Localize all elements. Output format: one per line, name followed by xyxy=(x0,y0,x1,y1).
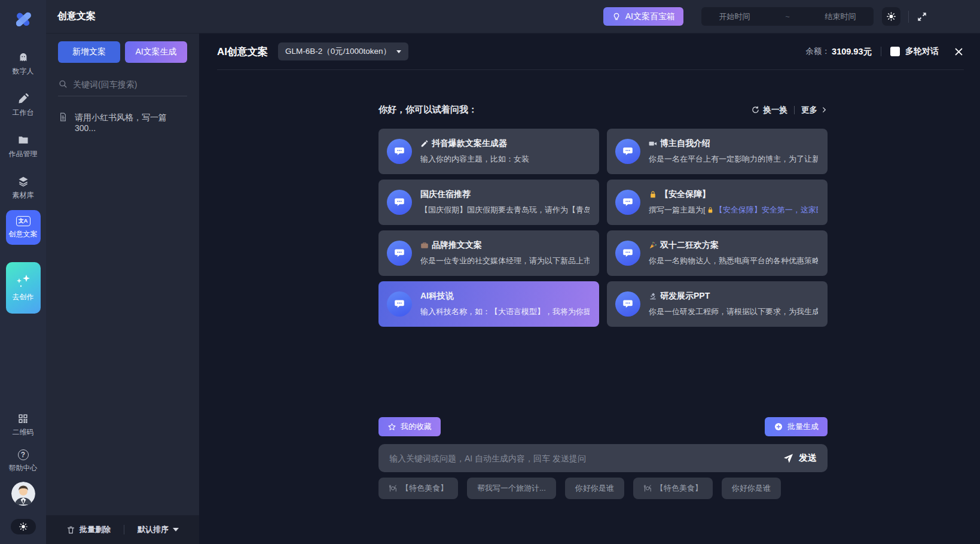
divider xyxy=(881,47,881,56)
sidebar-item-creative-copy-active[interactable]: 文A 创意文案 xyxy=(6,210,41,245)
lock-icon xyxy=(707,206,714,214)
send-button[interactable]: 发送 xyxy=(783,452,817,464)
microscope-icon xyxy=(649,292,657,300)
card-title: 双十二狂欢方案 xyxy=(660,240,719,251)
copy-list-item[interactable]: 请用小红书风格，写一篇300... xyxy=(58,112,187,133)
suggestion-card-rd-ppt[interactable]: 研发展示PPT 你是一位研发工程师，请根据以下要求，为我生成一个... xyxy=(607,281,828,327)
sidebar-item-label: 素材库 xyxy=(13,190,34,200)
card-desc: 你是一名购物达人，熟悉电商平台的各种优惠策略。请... xyxy=(649,256,818,266)
quick-chip[interactable]: 【特色美食】 xyxy=(378,478,458,499)
multi-turn-checkbox[interactable] xyxy=(890,47,900,56)
new-copy-button[interactable]: 新增文案 xyxy=(58,41,120,63)
ai-treasure-box-button[interactable]: AI文案百宝箱 xyxy=(603,7,683,26)
search-icon xyxy=(58,79,68,89)
sidebar-item-label: 作品管理 xyxy=(9,149,38,159)
suggestion-card-ai-tech-selected[interactable]: AI科技说 输入科技名称，如：【大语言模型】，我将为你提供科... xyxy=(378,281,599,327)
lock-icon xyxy=(649,190,657,199)
dining-icon xyxy=(389,484,397,493)
suggestion-card-brand-post[interactable]: 品牌推文文案 你是一位专业的社交媒体经理，请为以下新品上市的推... xyxy=(378,230,599,276)
main-title: AI创意文案 xyxy=(217,45,268,59)
sidebar-item-label: 数字人 xyxy=(13,66,34,77)
main-header: AI创意文案 GLM-6B-2（0元/1000token） 余额： 3109.9… xyxy=(217,34,964,70)
quick-chip[interactable]: 【特色美食】 xyxy=(633,478,713,499)
suggestion-card-douyin[interactable]: 抖音爆款文案生成器 输入你的内容主题，比如：女装 xyxy=(378,129,599,174)
greeting-row: 你好，你可以试着问我： 换一换 更多 xyxy=(378,104,828,116)
balance-value: 3109.93元 xyxy=(832,46,872,57)
quick-chip[interactable]: 你好你是谁 xyxy=(565,478,624,499)
date-end-field[interactable]: 结束时间 xyxy=(825,11,856,22)
card-title: 国庆住宿推荐 xyxy=(420,189,471,200)
chat-bubble-icon xyxy=(615,241,640,266)
trash-icon xyxy=(66,525,75,534)
date-start-field[interactable]: 开始时间 xyxy=(719,11,750,22)
fullscreen-button[interactable] xyxy=(917,11,927,22)
folder-icon xyxy=(17,134,29,146)
batch-generate-button[interactable]: 批量生成 xyxy=(765,417,828,436)
sidebar-item-library[interactable]: 素材库 xyxy=(13,175,34,200)
sidebar-item-label: 帮助中心 xyxy=(9,463,38,473)
suggestion-card-safety[interactable]: 【安全保障】 撰写一篇主题为[【安全保障】安全第一，这家民宿为... xyxy=(607,180,828,225)
footer-divider xyxy=(124,525,124,534)
keyword-search xyxy=(58,79,187,96)
date-range-picker[interactable]: 开始时间 ~ 结束时间 xyxy=(701,7,874,26)
more-button[interactable]: 更多 xyxy=(801,105,828,116)
refresh-icon xyxy=(751,105,760,114)
card-desc: 你是一位专业的社交媒体经理，请为以下新品上市的推... xyxy=(420,256,590,266)
star-icon xyxy=(387,423,396,431)
batch-delete-button[interactable]: 批量删除 xyxy=(66,524,111,535)
card-desc: 输入你的内容主题，比如：女装 xyxy=(420,154,590,165)
sidebar-item-workbench[interactable]: 工作台 xyxy=(13,93,34,118)
shuffle-button[interactable]: 换一换 xyxy=(751,105,788,116)
sparkles-icon xyxy=(14,273,32,289)
quick-action-row: 我的收藏 批量生成 xyxy=(378,417,828,436)
multi-turn-label: 多轮对话 xyxy=(905,46,939,57)
balance-label: 余额： xyxy=(806,46,831,57)
sidebar-item-go-create[interactable]: 去创作 xyxy=(6,262,41,314)
prompt-input[interactable] xyxy=(389,454,774,463)
card-desc: 你是一名在平台上有一定影响力的博主，为了让新关注... xyxy=(649,154,818,165)
chevron-down-icon xyxy=(173,528,179,531)
brightness-button[interactable] xyxy=(882,7,900,26)
suggestion-card-double12[interactable]: 双十二狂欢方案 你是一名购物达人，熟悉电商平台的各种优惠策略。请... xyxy=(607,230,828,276)
card-title: AI科技说 xyxy=(420,291,454,302)
lightbulb-icon xyxy=(612,12,621,22)
sidebar-item-help[interactable]: ? 帮助中心 xyxy=(9,449,38,473)
chat-bubble-icon xyxy=(387,291,412,317)
main-header-right: 余额： 3109.93元 多轮对话 xyxy=(806,46,964,57)
sidebar-item-qrcode[interactable]: 二维码 xyxy=(13,413,34,437)
close-button[interactable] xyxy=(954,47,964,57)
fullscreen-icon xyxy=(917,11,927,22)
header-divider xyxy=(908,11,909,23)
ai-generate-button[interactable]: AI文案生成 xyxy=(125,41,187,63)
chat-bubble-icon xyxy=(387,190,412,215)
sun-icon xyxy=(19,522,28,531)
document-icon xyxy=(58,112,68,122)
quick-chip[interactable]: 你好你是谁 xyxy=(722,478,781,499)
card-title: 博主自我介绍 xyxy=(660,138,710,149)
suggestion-card-blogger-intro[interactable]: 博主自我介绍 你是一名在平台上有一定影响力的博主，为了让新关注... xyxy=(607,129,828,174)
chat-content: 你好，你可以试着问我： 换一换 更多 xyxy=(378,104,828,499)
my-favorites-button[interactable]: 我的收藏 xyxy=(378,417,441,436)
sort-dropdown[interactable]: 默认排序 xyxy=(138,524,179,535)
divider xyxy=(794,106,795,114)
sidebar-item-label: 二维码 xyxy=(13,427,34,437)
search-input[interactable] xyxy=(73,80,187,89)
help-icon: ? xyxy=(18,449,29,460)
sidebar-item-label: 工作台 xyxy=(13,108,34,118)
chevron-down-icon xyxy=(396,50,401,53)
suggestion-card-national-day-lodging[interactable]: 国庆住宿推荐 【国庆假期】国庆假期要去青岛玩，请作为【青岛本地... xyxy=(378,180,599,225)
card-desc: 撰写一篇主题为[【安全保障】安全第一，这家民宿为... xyxy=(649,205,818,215)
theme-toggle[interactable] xyxy=(11,519,36,534)
user-avatar[interactable] xyxy=(11,482,35,506)
copy-list-item-text: 请用小红书风格，写一篇300... xyxy=(75,112,187,133)
sidebar-item-digital-human[interactable]: 数字人 xyxy=(13,51,34,77)
sidebar-item-works[interactable]: 作品管理 xyxy=(9,134,38,159)
sidebar-item-label: 创意文案 xyxy=(9,229,38,239)
card-desc-highlight: 【安全保障】安全第一，这家民宿为... xyxy=(715,205,818,214)
paper-plane-icon xyxy=(783,452,794,464)
chat-bubble-icon xyxy=(387,139,412,164)
card-desc: 输入科技名称，如：【大语言模型】，我将为你提供科... xyxy=(420,306,590,317)
quick-chip[interactable]: 帮我写一个旅游计... xyxy=(467,478,556,499)
model-selector[interactable]: GLM-6B-2（0元/1000token） xyxy=(278,42,408,60)
plus-circle-icon xyxy=(774,422,783,431)
